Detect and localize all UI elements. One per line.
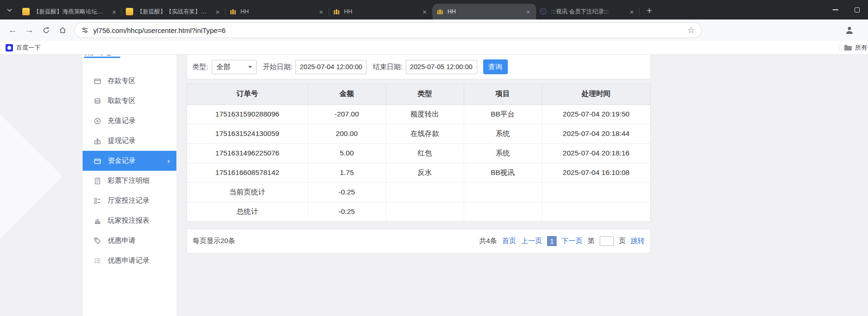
sidebar-item-label: 彩票下注明细 — [108, 176, 149, 185]
table-row-page-stats: 当前页统计 -0.25 — [187, 182, 650, 202]
tab-favicon-hh-icon — [229, 8, 237, 15]
first-page-link[interactable]: 首页 — [502, 237, 516, 245]
end-date-input[interactable]: 2025-07-05 12:00:00 — [406, 60, 477, 74]
close-icon[interactable]: × — [421, 7, 429, 16]
new-tab-button[interactable]: + — [642, 4, 656, 18]
minimize-button[interactable] — [824, 0, 846, 19]
table-row: 1751631496225076 5.00 红包 系统 2025-07-04 2… — [187, 143, 650, 163]
sidebar-item-hall-bet-records[interactable]: 厅室投注记录 — [83, 191, 176, 211]
sidebar: 账户中心 存款专区 取款专区 充值记录 — [83, 55, 176, 316]
sidebar-item-withdraw-zone[interactable]: 取款专区 — [83, 91, 176, 111]
folder-icon — [844, 45, 852, 51]
tab-video-bet-records[interactable]: :::视讯 会员下注纪录::: × — [536, 4, 640, 19]
close-icon[interactable]: × — [524, 7, 532, 16]
cell-project: 系统 — [464, 143, 542, 163]
bookmark-star-icon[interactable]: ☆ — [687, 25, 695, 35]
tab-favicon-gold-icon — [22, 8, 30, 15]
sidebar-item-deposit-zone[interactable]: 存款专区 — [83, 71, 176, 91]
sidebar-top-tab-clipped[interactable]: 账户中心 — [83, 55, 176, 57]
cell-stats-label: 总统计 — [187, 202, 308, 221]
maximize-icon — [855, 7, 860, 13]
table-row-total-stats: 总统计 -0.25 — [187, 202, 650, 221]
tab-hh-active[interactable]: HH × — [433, 4, 536, 19]
type-select[interactable]: 全部 — [212, 60, 257, 74]
home-icon — [58, 26, 67, 34]
sidebar-item-label: 厅室投注记录 — [108, 196, 149, 205]
prev-page-link[interactable]: 上一页 — [521, 237, 542, 245]
records-table: 订单号 金额 类型 项目 处理时间 1751631590288096 -207.… — [187, 84, 650, 221]
jump-prefix-label: 第 — [588, 237, 595, 245]
sidebar-top-tab-label: 账户中心 — [84, 55, 112, 57]
deposit-card-icon — [94, 77, 101, 85]
close-icon[interactable]: × — [214, 7, 222, 16]
tab-hh-2[interactable]: HH × — [329, 4, 433, 19]
bookmark-baidu[interactable]: 百度一下 — [6, 44, 40, 52]
cell-empty — [386, 182, 464, 202]
sidebar-item-withdrawal-records[interactable]: 提现记录 — [83, 131, 176, 151]
cell-amount: 1.75 — [308, 163, 386, 182]
cell-order-no: 1751631524130059 — [187, 124, 308, 143]
tab-title: 【新提醒】海燕策略论坛… — [33, 8, 110, 16]
col-header-time: 处理时间 — [542, 84, 650, 104]
active-tab-underline — [84, 57, 120, 58]
close-icon[interactable]: × — [317, 7, 325, 16]
sidebar-item-label: 资金记录 — [108, 156, 136, 165]
back-button[interactable]: ← — [5, 22, 20, 38]
next-page-link[interactable]: 下一页 — [562, 237, 583, 245]
cell-empty — [542, 202, 650, 221]
sidebar-item-promo-apply-records[interactable]: 优惠申请记录 — [83, 251, 176, 271]
tab-shizhan-prize[interactable]: 【新提醒】【实战有奖】… × — [122, 4, 226, 19]
cell-empty — [464, 202, 542, 221]
bar-chart-icon — [94, 217, 101, 225]
sidebar-item-lottery-bet-detail[interactable]: 彩票下注明细 — [83, 171, 176, 191]
all-bookmarks-button[interactable]: 所有书签 — [844, 44, 868, 52]
tab-hh-1[interactable]: HH × — [226, 4, 329, 19]
start-date-input[interactable]: 2025-07-04 12:00:00 — [295, 60, 367, 74]
sidebar-item-recharge-records[interactable]: 充值记录 — [83, 111, 176, 131]
sidebar-item-player-bet-report[interactable]: 玩家投注报表 — [83, 211, 176, 231]
pagination-bar: 每页显示20条 共4条 首页 上一页 1 下一页 第 页 跳转 — [187, 229, 651, 253]
sidebar-item-funds-records[interactable]: 资金记录 › — [83, 151, 176, 171]
sidebar-item-label: 优惠申请记录 — [108, 256, 149, 265]
table-row: 1751616608578142 1.75 反水 BB视讯 2025-07-04… — [187, 163, 650, 182]
col-header-project: 项目 — [464, 84, 542, 104]
total-count-text: 共4条 — [479, 237, 497, 245]
cell-type: 反水 — [386, 163, 464, 182]
tab-search-button[interactable] — [0, 0, 19, 19]
close-icon[interactable]: × — [110, 7, 118, 16]
page-content: 账户中心 存款专区 取款专区 充值记录 — [0, 55, 868, 316]
yuan-coin-icon — [94, 117, 101, 125]
tab-favicon-gold-icon — [126, 8, 133, 15]
maximize-button[interactable] — [846, 0, 868, 19]
forward-button[interactable]: → — [21, 22, 37, 38]
sidebar-item-label: 玩家投注报表 — [108, 216, 149, 225]
reload-button[interactable] — [38, 22, 54, 38]
jump-suffix-label: 页 — [619, 237, 626, 245]
current-page-indicator[interactable]: 1 — [547, 236, 557, 246]
type-label: 类型: — [192, 63, 208, 71]
cell-empty — [464, 182, 542, 202]
table-header-row: 订单号 金额 类型 项目 处理时间 — [187, 84, 650, 104]
browser-toolbar: ← → yl756.com/hhcp/usercenter.html?iniTy… — [0, 19, 868, 41]
home-button[interactable] — [55, 22, 71, 38]
jump-button[interactable]: 跳转 — [631, 237, 645, 245]
cell-type: 在线存款 — [386, 124, 464, 143]
search-button[interactable]: 查询 — [483, 59, 508, 74]
pagination-controls: 共4条 首页 上一页 1 下一页 第 页 跳转 — [479, 236, 645, 246]
cell-amount: 5.00 — [308, 143, 386, 163]
address-bar[interactable]: yl756.com/hhcp/usercenter.html?iniType=6… — [74, 22, 702, 38]
sidebar-item-label: 存款专区 — [108, 77, 136, 85]
close-icon[interactable]: × — [628, 7, 636, 16]
cell-stats-label: 当前页统计 — [187, 182, 308, 202]
cell-project: 系统 — [464, 124, 542, 143]
tab-haiyan-forum[interactable]: 【新提醒】海燕策略论坛… × — [19, 4, 122, 19]
coins-icon — [94, 97, 101, 105]
sidebar-item-promo-apply[interactable]: 优惠申请 — [83, 231, 176, 251]
sidebar-item-label: 优惠申请 — [108, 236, 136, 245]
sidebar-item-label: 取款专区 — [108, 97, 136, 105]
page-number-input[interactable] — [600, 236, 614, 246]
profile-avatar[interactable] — [842, 23, 857, 38]
window-controls — [824, 0, 868, 19]
cell-time: 2025-07-04 20:18:16 — [542, 143, 650, 163]
cash-arrow-icon — [94, 137, 101, 145]
